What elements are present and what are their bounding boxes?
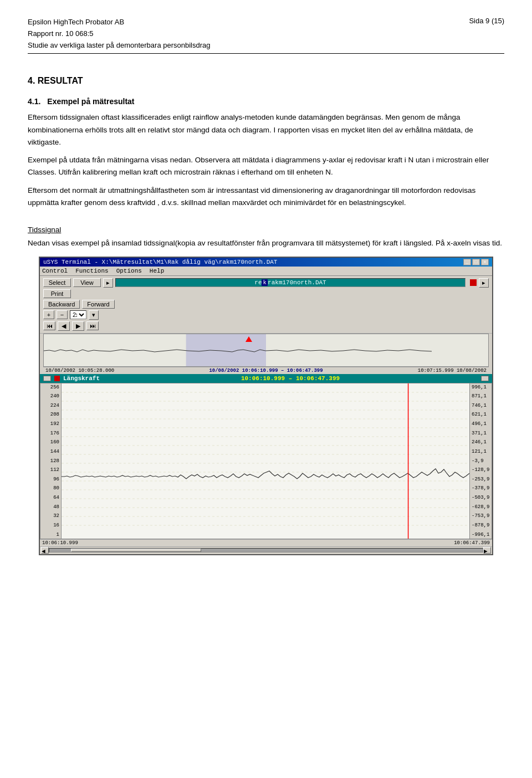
channel-scroll-left[interactable] bbox=[43, 376, 51, 381]
section4-title: 4. RESULTAT bbox=[28, 76, 504, 86]
zoom-dropdown[interactable]: ▾ bbox=[89, 310, 99, 320]
bottom-time-right: 10:06:47.399 bbox=[454, 540, 490, 546]
menu-help[interactable]: Help bbox=[150, 268, 164, 274]
channel-scroll-right[interactable] bbox=[481, 376, 489, 381]
paragraph-2: Exempel på utdata från mätningarna visas… bbox=[28, 154, 504, 179]
file-dropdown[interactable]: ▸ bbox=[479, 278, 489, 288]
y-right-m7539: -753,9 bbox=[472, 513, 490, 519]
file-display: rekrakm170north.DAT bbox=[115, 278, 466, 287]
y-right-m3789: -378,9 bbox=[472, 485, 490, 491]
titlebar-buttons: _ □ ✕ bbox=[463, 259, 489, 265]
y-left-256: 256 bbox=[42, 385, 59, 390]
menu-options[interactable]: Options bbox=[116, 268, 142, 274]
overview-main: 10/08/2002 10:05:28.000 10/08/2002 10:06… bbox=[43, 334, 489, 374]
y-left-16: 16 bbox=[42, 523, 59, 528]
subsection-title: Exempel på mätresultat bbox=[47, 97, 134, 106]
channel-indicator bbox=[54, 376, 60, 381]
scroll-right-arrow[interactable]: ▶ bbox=[483, 547, 491, 554]
y-right-3711: 371,1 bbox=[472, 431, 490, 436]
y-right-9961: 996,1 bbox=[472, 385, 490, 390]
y-right-4961: 496,1 bbox=[472, 421, 490, 427]
menu-control[interactable]: Control bbox=[42, 268, 68, 274]
y-left-224: 224 bbox=[42, 403, 59, 408]
select-button[interactable]: Select bbox=[43, 278, 71, 287]
y-right-8711: 871,1 bbox=[472, 393, 490, 399]
overview-right-scroll[interactable] bbox=[489, 334, 492, 374]
channel-name: Längskraft bbox=[63, 375, 100, 382]
report-number: Rapport nr. 10 068:5 bbox=[28, 28, 211, 40]
toolbar-area: Select View ▸ rekrakm170north.DAT ▸ Prin… bbox=[40, 276, 492, 334]
view-dropdown[interactable]: ▸ bbox=[103, 278, 113, 288]
file-name-post: rakm170north.DAT bbox=[268, 279, 326, 286]
nav-last[interactable]: ⏭ bbox=[86, 321, 99, 330]
nav-play[interactable]: ▶ bbox=[72, 321, 84, 331]
zoom-select[interactable]: 2x 1x 4x bbox=[70, 310, 86, 319]
toolbar-row-3: Backward Forward bbox=[43, 300, 489, 309]
close-button[interactable]: ✕ bbox=[481, 259, 489, 265]
file-name-pre: re bbox=[254, 279, 262, 286]
y-left-96: 96 bbox=[42, 477, 59, 482]
toolbar-row-5: ⏮ ◀ ▶ ⏭ bbox=[43, 321, 489, 331]
subsection-number: 4.1. bbox=[28, 97, 40, 106]
y-axis-right: 996,1 871,1 746,1 621,1 496,1 371,1 246,… bbox=[469, 383, 492, 539]
marker-indicator bbox=[470, 279, 477, 286]
toolbar-row-1: Select View ▸ rekrakm170north.DAT ▸ bbox=[43, 278, 489, 288]
y-left-128: 128 bbox=[42, 458, 59, 464]
nav-prev[interactable]: ◀ bbox=[58, 321, 70, 331]
maximize-button[interactable]: □ bbox=[472, 259, 480, 265]
bottom-time-left: 10:06:10.999 bbox=[42, 540, 78, 546]
forward-button[interactable]: Forward bbox=[82, 300, 114, 309]
y-left-48: 48 bbox=[42, 504, 59, 510]
time-label-bar: 10/08/2002 10:05:28.000 10/08/2002 10:06… bbox=[43, 367, 489, 374]
y-right-m39: -3,9 bbox=[472, 458, 490, 464]
y-right-m1289: -128,9 bbox=[472, 467, 490, 473]
svg-rect-1 bbox=[186, 334, 266, 366]
menu-bar: Control Functions Options Help bbox=[40, 267, 492, 276]
overview-chart-area bbox=[43, 334, 489, 367]
paragraph-1: Eftersom tidssignalen oftast klassificer… bbox=[28, 111, 504, 149]
plus-button[interactable]: + bbox=[43, 310, 54, 319]
terminal-titlebar: uSYS Terminal - X:\Mätresultat\M1\Rak då… bbox=[40, 258, 492, 267]
nav-first[interactable]: ⏮ bbox=[43, 321, 55, 330]
menu-functions[interactable]: Functions bbox=[75, 268, 108, 274]
time-start: 10/08/2002 10:05:28.000 bbox=[45, 368, 114, 373]
scrollbar-thumb[interactable] bbox=[71, 549, 201, 552]
scrollbar-track[interactable] bbox=[49, 548, 483, 552]
y-left-160: 160 bbox=[42, 439, 59, 445]
overview-container: 10/08/2002 10:05:28.000 10/08/2002 10:06… bbox=[40, 334, 492, 374]
toolbar-row-4: + − 2x 1x 4x ▾ bbox=[43, 310, 489, 320]
view-button[interactable]: View bbox=[73, 278, 101, 287]
chart-content bbox=[62, 383, 469, 539]
time-mid: 10/08/2002 10:06:10.999 – 10:06:47.399 bbox=[209, 368, 323, 373]
header-left: Epsilon HighTech Probator AB Rapport nr.… bbox=[28, 17, 211, 51]
scroll-left-arrow[interactable]: ◀ bbox=[41, 547, 49, 554]
main-signal-svg bbox=[62, 383, 469, 539]
y-left-80: 80 bbox=[42, 485, 59, 491]
minimize-button[interactable]: _ bbox=[463, 259, 471, 265]
y-left-64: 64 bbox=[42, 495, 59, 500]
page-number: Sida 9 (15) bbox=[469, 17, 504, 25]
print-button[interactable]: Print bbox=[43, 289, 71, 298]
y-right-6211: 621,1 bbox=[472, 412, 490, 417]
terminal-window: uSYS Terminal - X:\Mätresultat\M1\Rak då… bbox=[39, 257, 493, 555]
channel-time-range: 10:06:10.999 – 10:06:47.399 bbox=[241, 375, 340, 382]
minus-button[interactable]: − bbox=[57, 310, 68, 319]
y-left-208: 208 bbox=[42, 412, 59, 417]
y-left-240: 240 bbox=[42, 393, 59, 399]
backward-button[interactable]: Backward bbox=[43, 300, 80, 309]
y-left-1: 1 bbox=[42, 532, 59, 538]
y-left-144: 144 bbox=[42, 449, 59, 454]
page-header: Epsilon HighTech Probator AB Rapport nr.… bbox=[28, 17, 504, 54]
paragraph-3: Eftersom det normalt är utmattningshållf… bbox=[28, 185, 504, 209]
channel-bar: Längskraft 10:06:10.999 – 10:06:47.399 bbox=[40, 374, 492, 383]
y-left-176: 176 bbox=[42, 431, 59, 436]
y-right-m8789: -878,9 bbox=[472, 523, 490, 528]
y-right-m5039: -503,9 bbox=[472, 495, 490, 500]
y-right-m6289: -628,9 bbox=[472, 504, 490, 510]
terminal-title: uSYS Terminal - X:\Mätresultat\M1\Rak då… bbox=[43, 259, 277, 265]
subsection-41: 4.1. Exempel på mätresultat Eftersom tid… bbox=[28, 97, 504, 209]
y-axis-left: 256 240 224 208 192 176 160 144 128 112 … bbox=[40, 383, 62, 539]
scrollbar-area: ◀ ▶ bbox=[40, 546, 492, 554]
y-right-1211: 121,1 bbox=[472, 449, 490, 454]
y-left-192: 192 bbox=[42, 421, 59, 427]
